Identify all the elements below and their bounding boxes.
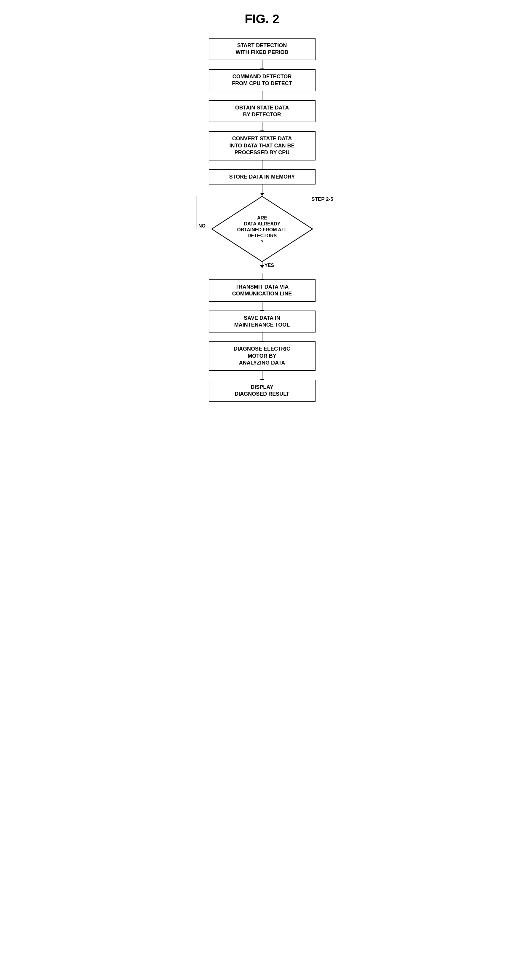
step2-6-box: TRANSMIT DATA VIA COMMUNICATION LINE	[209, 279, 316, 302]
step2-9-row: DISPLAY DIAGNOSED RESULT	[209, 380, 316, 402]
svg-text:YES: YES	[265, 263, 274, 268]
svg-text:DETECTORS: DETECTORS	[247, 233, 277, 238]
arrow-7-8	[262, 332, 262, 341]
page: FIG. 2 START DETECTION WITH FIXED PERIOD…	[149, 12, 375, 402]
svg-text:?: ?	[260, 239, 264, 244]
step2-3-box: CONVERT STATE DATA INTO DATA THAT CAN BE…	[209, 131, 316, 160]
step2-8-box: DIAGNOSE ELECTRIC MOTOR BY ANALYZING DAT…	[209, 341, 316, 371]
step2-1-row: COMMAND DETECTOR FROM CPU TO DETECT	[209, 69, 316, 91]
arrow-3-4	[262, 161, 262, 169]
step2-4-row: STORE DATA IN MEMORY	[209, 169, 316, 185]
arrow-6-7	[262, 302, 262, 310]
step2-5-area: STEP 2-5 ARE DATA ALREADY OBTAINED FROM …	[188, 193, 336, 270]
svg-marker-7	[260, 265, 264, 268]
arrow-5-6	[262, 274, 262, 279]
step2-7-row: SAVE DATA IN MAINTENANCE TOOL	[209, 310, 316, 333]
step2-4-box: STORE DATA IN MEMORY	[209, 169, 316, 185]
step2-2-box: OBTAIN STATE DATA BY DETECTOR	[209, 100, 316, 123]
step2-1-box: COMMAND DETECTOR FROM CPU TO DETECT	[209, 69, 316, 91]
start-box-row: START DETECTION WITH FIXED PERIOD	[209, 38, 316, 60]
step2-2-row: OBTAIN STATE DATA BY DETECTOR	[209, 100, 316, 123]
svg-text:DATA ALREADY: DATA ALREADY	[244, 221, 280, 226]
step2-9-box: DISPLAY DIAGNOSED RESULT	[209, 380, 316, 402]
step2-7-box: SAVE DATA IN MAINTENANCE TOOL	[209, 310, 316, 333]
svg-text:NO: NO	[198, 223, 205, 228]
arrow-2-3	[262, 122, 262, 131]
arrow-1-2	[262, 91, 262, 100]
flowchart: START DETECTION WITH FIXED PERIOD COMMAN…	[149, 38, 375, 402]
figure-title: FIG. 2	[245, 12, 279, 26]
start-box: START DETECTION WITH FIXED PERIOD	[209, 38, 316, 60]
arrow-4-5	[262, 185, 262, 193]
step2-5-label: STEP 2-5	[311, 196, 333, 202]
arrow-8-9	[262, 371, 262, 380]
svg-text:OBTAINED  FROM ALL: OBTAINED FROM ALL	[237, 227, 287, 232]
diamond-svg: ARE DATA ALREADY OBTAINED FROM ALL DETEC…	[188, 193, 336, 270]
step2-8-row: DIAGNOSE ELECTRIC MOTOR BY ANALYZING DAT…	[209, 341, 316, 371]
step2-3-row: CONVERT STATE DATA INTO DATA THAT CAN BE…	[209, 131, 316, 160]
arrow-0-1	[262, 60, 262, 69]
step2-6-row: TRANSMIT DATA VIA COMMUNICATION LINE	[209, 279, 316, 302]
svg-text:ARE: ARE	[257, 215, 267, 220]
